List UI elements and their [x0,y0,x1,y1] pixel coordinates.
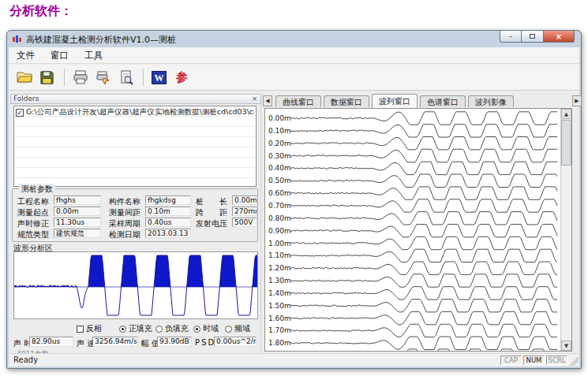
psd-field[interactable]: 0.00us^2/m [214,337,257,347]
vertical-scrollbar[interactable]: ▲ ▼ [560,109,571,351]
window-title: 高铁建混凝土检测分析软件V1.0—测桩 [26,34,176,46]
close-icon: × [252,95,258,102]
tab-data-window[interactable]: 数据窗口 [324,95,369,107]
app-icon [13,35,22,44]
menu-bar: 文件 窗口 工具 [9,47,579,64]
print-button[interactable] [69,67,91,88]
groupbox-title: 测桩参数 [19,184,55,195]
standard-type-field[interactable]: 建筑规范 [54,229,101,238]
field-label: 跨 距 [196,207,227,218]
scroll-up-button[interactable]: ▲ [561,109,571,119]
pile-params-groupbox: 测桩参数 工程名称 fhghs 构件名称 fhgkdsg 桩 长 0.00m 测… [12,188,258,242]
toolbar-separator [143,69,144,86]
depth-label: 0.20m [268,140,291,147]
depth-label: 1.80m [268,339,291,347]
component-name-field[interactable]: fhgkdsg [145,195,191,205]
depth-label: 1.40m [268,289,291,297]
menu-item-tools[interactable]: 工具 [84,50,103,61]
pile-length-field[interactable]: 0.00m [232,195,257,205]
page-title: 分析软件： [9,3,73,20]
depth-label: 0.10m [268,127,291,135]
resize-grip[interactable] [569,356,579,366]
arrow-up-icon: ▲ [564,111,568,117]
amplitude-field[interactable]: 93.90dB [157,337,192,347]
client-area: 文件 窗口 工具 [9,47,579,367]
sample-period-field[interactable]: 0.40us [145,218,191,227]
depth-label: 0.00m [268,114,291,122]
voltage-field[interactable]: 500V [232,218,257,227]
folders-list[interactable]: ✓ G:\公司产品设计开发\超声仪器\超声仪实地检测数据\测桩cd\cd03\c… [13,106,257,187]
test-date-field[interactable]: 2013.03.13 [145,229,191,238]
status-bar: Ready CAP NUM SCRL [9,353,579,367]
sound-time-field[interactable]: 82.90us [29,337,73,347]
freq-domain-radio[interactable]: 频域 [225,323,250,334]
right-panel: ◀ 曲线窗口 数据窗口 波列窗口 色谱窗口 波列影像 ▶ 0.00m0.10m0… [263,94,582,353]
checkbox-icon [77,326,84,333]
checkbox-checked-icon[interactable]: ✓ [16,109,24,117]
depth-label: 0.80m [268,214,291,222]
menu-item-file[interactable]: 文件 [17,50,35,61]
field-label: 构件名称 [109,196,140,207]
fill-negative-radio[interactable]: 负填充 [155,323,189,334]
title-bar[interactable]: 高铁建混凝土检测分析软件V1.0—测桩 – × [7,31,581,47]
invert-checkbox[interactable]: 反相 [77,323,102,334]
app-window: 高铁建混凝土检测分析软件V1.0—测桩 – × 文件 窗口 工具 [6,30,582,369]
waveform-svg [14,252,257,318]
depth-label: 1.20m [268,264,291,272]
open-button[interactable] [13,67,35,88]
scrollbar-thumb[interactable] [561,120,571,166]
field-label: 采样周期 [109,218,140,229]
waveform-analysis-chart[interactable] [13,251,258,319]
wavetrain-chart[interactable]: 0.00m0.10m0.20m0.30m0.40m0.50m0.60m0.70m… [264,108,572,352]
minimize-button[interactable]: – [500,31,522,43]
wavetrain-svg [290,109,560,351]
folders-panel-title: Folders [13,95,39,102]
tab-spectrum-window[interactable]: 色谱窗口 [420,95,466,107]
print-setup-button[interactable] [92,67,114,88]
folder-list-item[interactable]: ✓ G:\公司产品设计开发\超声仪器\超声仪实地检测数据\测桩cd\cd03\c… [16,107,254,117]
time-domain-radio[interactable]: 时域 [193,323,219,334]
field-label: 工程名称 [17,196,49,207]
close-button[interactable]: × [543,31,575,43]
maximize-icon [530,34,535,39]
num-lock-indicator: NUM [523,356,545,365]
print-preview-button[interactable] [115,67,137,88]
tab-wavetrain-window[interactable]: 波列窗口 [372,94,418,108]
export-word-button[interactable]: W [148,67,170,88]
field-label: 声时修正 [17,218,49,229]
field-label: 测量起点 [17,207,49,218]
depth-label: 0.50m [268,177,291,184]
tab-scroll-right-button[interactable]: ▶ [572,95,582,106]
radio-selected-icon [119,326,126,333]
folder-open-icon [17,69,32,85]
toolbar: W 参 [9,65,579,91]
parameters-button[interactable]: 参 [171,67,193,88]
param-icon: 参 [176,70,188,85]
tab-scroll-left-button[interactable]: ◀ [263,95,272,106]
project-name-field[interactable]: fhghs [54,195,101,205]
menu-item-window[interactable]: 窗口 [51,50,69,61]
printer-setup-icon [96,69,111,85]
save-button[interactable] [36,67,58,88]
depth-label: 0.90m [268,227,291,235]
maximize-button[interactable] [522,31,543,43]
status-flags: CAP NUM SCRL [500,356,567,365]
depth-label: 1.50m [268,302,291,310]
field-label: 桩 长 [196,196,227,207]
measure-start-field[interactable]: 0.00m [54,207,101,216]
scroll-lock-indicator: SCRL [546,356,567,365]
folders-panel-header[interactable]: Folders × [10,94,261,104]
depth-label: 1.00m [268,240,291,248]
fill-positive-radio[interactable]: 正填充 [119,323,152,334]
span-field[interactable]: 270mm [232,207,257,216]
depth-label: 0.60m [268,189,291,197]
velocity-field[interactable]: 3256.94m/s [92,337,138,347]
tab-wavetrain-image[interactable]: 波列影像 [468,95,514,107]
measure-interval-field[interactable]: 0.10m [145,207,191,216]
scroll-down-button[interactable]: ▼ [561,341,571,351]
time-correction-field[interactable]: 11.30us [54,218,101,227]
folders-close-button[interactable]: × [250,95,259,103]
field-label: 发射电压 [196,218,227,229]
tab-curve-window[interactable]: 曲线窗口 [275,95,321,107]
window-controls: – × [500,31,575,43]
